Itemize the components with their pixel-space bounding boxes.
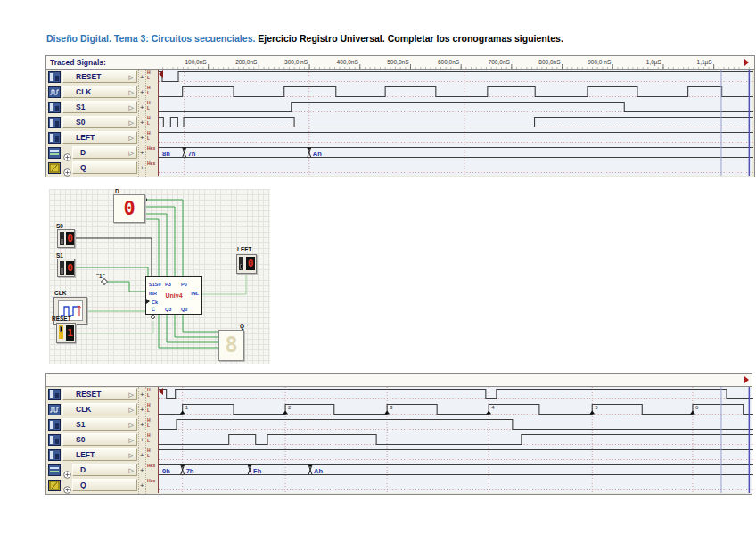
signal-row-s0: S0▷+HL (46, 432, 158, 448)
waveform-canvas[interactable]: 8h7hAh (159, 70, 753, 176)
switch-icon[interactable] (48, 418, 61, 430)
reset-label: RESET (52, 316, 71, 322)
panel-divider (145, 70, 146, 177)
bus-value-label: Ah (313, 150, 322, 158)
expand-icon[interactable] (63, 149, 71, 157)
left-lever-knob[interactable] (240, 264, 242, 269)
add-signal-button[interactable]: + (140, 103, 144, 111)
bus-icon[interactable] (48, 464, 61, 475)
q-icon[interactable] (48, 479, 61, 490)
time-ruler (46, 374, 756, 387)
bus-value-label: Fh (253, 467, 262, 475)
switch-icon[interactable] (48, 101, 61, 112)
signal-button-reset[interactable]: RESET▷ (62, 70, 137, 83)
signal-button-s1[interactable]: S1▷ (62, 101, 137, 113)
q-icon[interactable] (48, 161, 61, 173)
signal-button-q[interactable]: Q (72, 479, 137, 491)
clock-notch-icon (146, 299, 150, 304)
signal-button-left[interactable]: LEFT▷ (62, 131, 137, 144)
level-scale-label: HL (147, 100, 151, 111)
signal-button-clk[interactable]: CLK▷ (62, 403, 137, 415)
add-signal-button[interactable]: + (140, 149, 144, 157)
ruler-marker-left-icon[interactable] (159, 70, 163, 78)
add-signal-button[interactable]: + (140, 119, 144, 127)
add-signal-button[interactable]: + (140, 451, 144, 459)
exercise-page: { "title": { "part1": "Diseño Digital. T… (0, 0, 756, 534)
expand-icon[interactable] (63, 481, 71, 489)
pin-q0: Q0 (181, 307, 187, 312)
waveform-plot[interactable]: 8h7hAh (158, 70, 752, 176)
s0-value: 0 (66, 232, 74, 245)
waveform-canvas[interactable]: 1234560h7hFhAh (159, 387, 753, 493)
left-switch[interactable]: 0 (236, 254, 257, 274)
s0-lever-knob[interactable] (61, 239, 63, 244)
signal-button-s0[interactable]: S0▷ (62, 433, 137, 446)
signal-button-d[interactable]: D▷ (72, 464, 137, 476)
add-signal-button[interactable]: + (140, 481, 144, 489)
signal-button-d[interactable]: D▷ (72, 146, 137, 159)
probe-arrow-icon: ▷ (129, 451, 134, 459)
signal-name: Q (80, 163, 86, 172)
reset-value: 1 (66, 325, 74, 341)
switch-icon[interactable] (48, 448, 61, 460)
level-scale-label: HL (147, 70, 151, 80)
switch-icon[interactable] (48, 388, 61, 399)
add-signal-button[interactable]: + (140, 406, 144, 414)
reset-switch[interactable]: 1 (56, 323, 76, 343)
s1-lever-knob[interactable] (61, 268, 63, 274)
add-signal-button[interactable]: + (140, 164, 144, 172)
panel-divider (145, 387, 146, 494)
signal-button-s0[interactable]: S0▷ (62, 116, 137, 128)
s1-label: S1 (56, 252, 63, 259)
probe-arrow-icon: ▷ (129, 149, 134, 157)
waveform-plot[interactable]: 1234560h7hFhAh (158, 387, 752, 493)
add-signal-button[interactable]: + (140, 134, 144, 142)
signal-button-reset[interactable]: RESET▷ (62, 388, 137, 400)
level-scale-label: HL (147, 387, 151, 398)
bus-value-label: 7h (188, 150, 196, 158)
add-signal-button[interactable]: + (140, 88, 144, 96)
signal-list-panel: RESET▷+HLCLK▷+HLS1▷+HLS0▷+HLLEFT▷+HLD▷+H… (46, 70, 158, 177)
signal-button-s1[interactable]: S1▷ (62, 418, 137, 431)
ruler-label: 800,0nS (538, 59, 561, 65)
time-ruler: 100,0nS200,0nS300,0 nS400,0nS500,0nS600,… (46, 56, 756, 70)
bus-value-label: 0h (162, 467, 170, 475)
q-display-digit: 8 (219, 331, 243, 360)
add-signal-button[interactable]: + (140, 436, 144, 444)
trace-clk (159, 87, 753, 97)
switch-icon[interactable] (48, 116, 61, 127)
signal-name: S0 (76, 118, 85, 127)
d-display-digit: 0 (114, 195, 144, 222)
signal-name: LEFT (76, 133, 94, 142)
clock-edge-number: 1 (185, 405, 189, 410)
signal-name: RESET (76, 390, 101, 398)
switch-icon[interactable] (48, 131, 61, 143)
signal-button-clk[interactable]: CLK▷ (62, 86, 137, 98)
clock-icon[interactable] (48, 86, 61, 97)
signal-name: D (80, 148, 86, 157)
switch-icon[interactable] (48, 433, 61, 445)
s0-switch[interactable]: 0 (57, 229, 75, 248)
probe-arrow-icon: ▷ (129, 421, 134, 429)
s1-switch[interactable]: 0 (57, 259, 75, 277)
add-signal-button[interactable]: + (140, 466, 144, 474)
ruler-marker-left-icon[interactable] (159, 388, 163, 395)
add-signal-button[interactable]: + (140, 73, 144, 81)
panel-divider (138, 387, 139, 494)
expand-icon[interactable] (63, 164, 71, 172)
add-signal-button[interactable]: + (140, 390, 144, 398)
clock-icon[interactable] (48, 403, 61, 415)
univ4-register-chip[interactable]: S1S0 P3 P0 InR Ck INL C̅ Q3 Q0 Univ4 (145, 276, 202, 315)
add-signal-button[interactable]: + (140, 421, 144, 429)
bus-icon[interactable] (48, 146, 61, 158)
reset-lever-knob[interactable] (60, 326, 62, 332)
switch-icon[interactable] (48, 70, 61, 82)
signal-list-panel: RESET▷+HLCLK▷+HLS1▷+HLS0▷+HLLEFT▷+HLD▷+H… (46, 387, 158, 494)
expand-icon[interactable] (63, 466, 71, 474)
pin-p0: P0 (181, 282, 187, 287)
ruler-marker-right-icon[interactable] (744, 59, 749, 66)
pin-p3: P3 (165, 282, 171, 287)
signal-button-q[interactable]: Q (72, 161, 137, 174)
ruler-marker-right-icon[interactable] (744, 376, 749, 383)
signal-button-left[interactable]: LEFT▷ (62, 448, 137, 461)
